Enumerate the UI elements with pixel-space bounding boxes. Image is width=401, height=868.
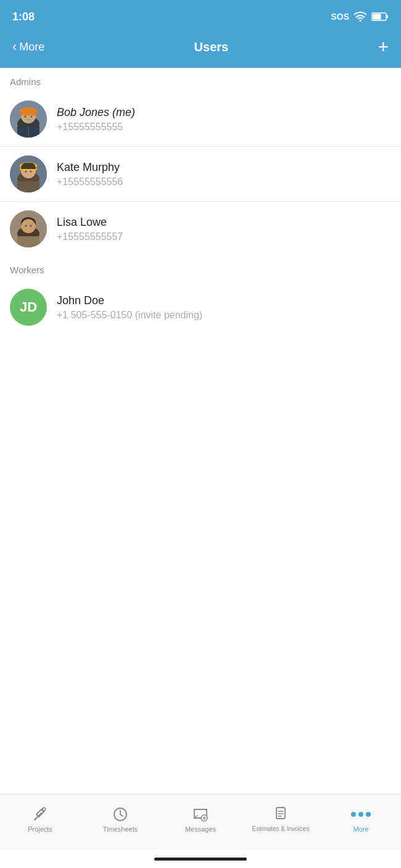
sos-label: SOS [331, 12, 349, 22]
content-area: Admins [0, 68, 401, 794]
list-item[interactable]: JD John Doe +1 505-555-0150 (invite pend… [0, 280, 401, 334]
kate-avatar-image [10, 155, 47, 192]
admins-section: Admins [0, 68, 401, 256]
user-name: Kate Murphy [57, 160, 123, 175]
dot-2 [358, 812, 363, 817]
admins-header: Admins [0, 68, 401, 92]
tab-timesheets[interactable]: Timesheets [80, 806, 160, 833]
user-info: Lisa Lowe +15555555557 [57, 215, 123, 242]
more-icon [351, 806, 371, 823]
user-name: John Doe [57, 294, 202, 308]
document-icon [272, 806, 289, 823]
user-info: Bob Jones (me) +15555555555 [57, 105, 135, 132]
svg-rect-1 [387, 15, 389, 19]
user-name: Bob Jones (me) [57, 105, 135, 120]
user-name: Lisa Lowe [57, 215, 123, 229]
list-item[interactable]: Kate Murphy +15555555556 [0, 147, 401, 202]
svg-point-8 [25, 116, 27, 118]
dot-3 [366, 812, 371, 817]
bob-avatar-image [10, 101, 47, 138]
svg-point-15 [20, 162, 37, 170]
battery-icon [371, 12, 389, 22]
svg-rect-2 [373, 14, 381, 20]
svg-point-3 [10, 101, 47, 138]
svg-point-17 [25, 171, 27, 173]
chevron-left-icon: ‹ [12, 40, 17, 54]
status-time: 1:08 [12, 10, 35, 23]
svg-point-6 [20, 107, 37, 115]
avatar [10, 101, 47, 138]
workers-header: Workers [0, 256, 401, 280]
svg-rect-25 [17, 236, 39, 247]
user-info: John Doe +1 505-555-0150 (invite pending… [57, 294, 202, 320]
svg-rect-7 [20, 113, 37, 115]
home-indicator [0, 849, 401, 868]
lisa-avatar-image [10, 210, 47, 247]
avatar-initials: JD [20, 299, 37, 315]
svg-point-14 [21, 163, 36, 178]
tab-bar: Projects Timesheets Messages [0, 794, 401, 849]
dot-1 [351, 812, 356, 817]
page-title: Users [194, 40, 229, 54]
status-bar: 1:08 SOS [0, 0, 401, 31]
user-info: Kate Murphy +15555555556 [57, 160, 123, 187]
message-icon [192, 806, 209, 823]
hammer-icon [31, 806, 49, 823]
add-user-button[interactable]: + [378, 38, 389, 56]
user-phone: +15555555557 [57, 231, 123, 242]
avatar [10, 155, 47, 192]
tab-messages-label: Messages [185, 825, 216, 833]
wifi-icon [354, 12, 366, 22]
svg-rect-10 [17, 126, 39, 138]
list-item[interactable]: Lisa Lowe +15555555557 [0, 202, 401, 256]
user-phone: +15555555556 [57, 176, 123, 188]
nav-bar: ‹ More Users + [0, 31, 401, 68]
svg-point-18 [30, 171, 32, 173]
svg-point-9 [31, 116, 33, 118]
home-bar [154, 858, 247, 861]
svg-point-21 [17, 226, 39, 241]
svg-point-22 [21, 218, 36, 233]
tab-projects-label: Projects [28, 825, 52, 833]
tab-messages[interactable]: Messages [160, 806, 241, 833]
status-icons: SOS [331, 12, 389, 22]
svg-point-24 [30, 225, 32, 227]
svg-point-23 [25, 225, 27, 227]
svg-point-5 [21, 109, 36, 123]
tab-projects[interactable]: Projects [0, 806, 80, 833]
svg-rect-16 [20, 168, 37, 170]
svg-point-20 [10, 210, 47, 247]
back-button[interactable]: ‹ More [12, 40, 44, 54]
svg-rect-28 [276, 808, 285, 819]
tab-estimates[interactable]: Estimates & Invoices [241, 806, 321, 832]
user-phone: +15555555555 [57, 122, 135, 133]
avatar: JD [10, 289, 47, 326]
back-label: More [19, 41, 44, 54]
avatar [10, 210, 47, 247]
svg-point-13 [17, 172, 39, 186]
svg-point-4 [17, 117, 39, 131]
list-item[interactable]: Bob Jones (me) +15555555555 [0, 92, 401, 147]
tab-timesheets-label: Timesheets [103, 825, 138, 833]
svg-point-12 [10, 155, 47, 192]
workers-section: Workers JD John Doe +1 505-555-0150 (inv… [0, 256, 401, 334]
svg-rect-19 [17, 181, 39, 192]
clock-icon [112, 806, 129, 823]
tab-estimates-label: Estimates & Invoices [252, 825, 310, 832]
tab-more-label: More [353, 825, 368, 833]
user-phone: +1 505-555-0150 (invite pending) [57, 310, 202, 321]
tab-more[interactable]: More [321, 806, 401, 833]
